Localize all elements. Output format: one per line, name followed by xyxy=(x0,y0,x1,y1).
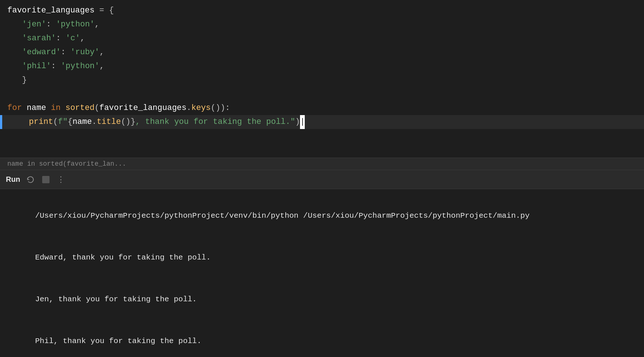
path-text: /Users/xiou/PycharmProjects/pythonProjec… xyxy=(35,211,530,220)
rerun-icon xyxy=(26,175,35,184)
code-line-5: 'phil': 'python', xyxy=(0,59,644,73)
code-line-3: 'sarah': 'c', xyxy=(0,32,644,45)
output-line-2: Jen, thank you for taking the poll. xyxy=(7,279,637,320)
code-line-8: for name in sorted(favorite_languages.ke… xyxy=(0,101,644,115)
rerun-button[interactable] xyxy=(25,174,36,185)
output-section: /Users/xiou/PycharmProjects/pythonProjec… xyxy=(0,189,644,357)
output-line-3: Phil, thank you for taking the poll. xyxy=(7,320,637,357)
code-editor[interactable]: favorite_languages = { 'jen': 'python', … xyxy=(0,0,644,158)
more-icon: ⋮ xyxy=(57,175,66,184)
code-line-1: favorite_languages = { xyxy=(0,4,644,18)
status-bar: name in sorted(favorite_lan... xyxy=(0,158,644,170)
run-label: Run xyxy=(6,175,20,184)
output-text-3: Phil, thank you for taking the poll. xyxy=(35,337,202,345)
code-line-4: 'edward': 'ruby', xyxy=(0,45,644,59)
output-line-1: Edward, thank you for taking the poll. xyxy=(7,237,637,279)
code-line-7 xyxy=(0,87,644,101)
stop-icon xyxy=(42,176,50,183)
output-text-1: Edward, thank you for taking the poll. xyxy=(35,253,211,262)
code-line-9: print(f"{name.title()}, thank you for ta… xyxy=(0,115,644,129)
stop-button[interactable] xyxy=(41,174,51,185)
output-path-line: /Users/xiou/PycharmProjects/pythonProjec… xyxy=(7,195,637,237)
editor-container: favorite_languages = { 'jen': 'python', … xyxy=(0,0,644,357)
more-button[interactable]: ⋮ xyxy=(55,173,67,186)
code-line-2: 'jen': 'python', xyxy=(0,18,644,32)
run-toolbar: Run ⋮ xyxy=(0,170,644,189)
code-line-10 xyxy=(0,129,644,143)
code-line-6: } xyxy=(0,73,644,87)
status-text: name in sorted(favorite_lan... xyxy=(7,160,126,168)
output-text-2: Jen, thank you for taking the poll. xyxy=(35,295,197,303)
